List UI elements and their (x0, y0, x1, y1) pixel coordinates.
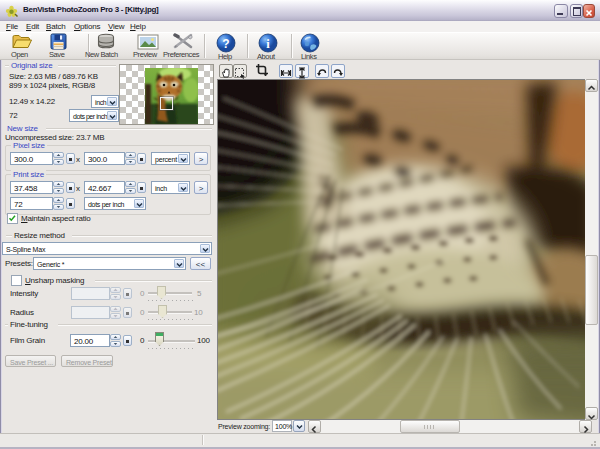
svg-text:i: i (266, 37, 270, 51)
svg-text:?: ? (222, 37, 229, 51)
